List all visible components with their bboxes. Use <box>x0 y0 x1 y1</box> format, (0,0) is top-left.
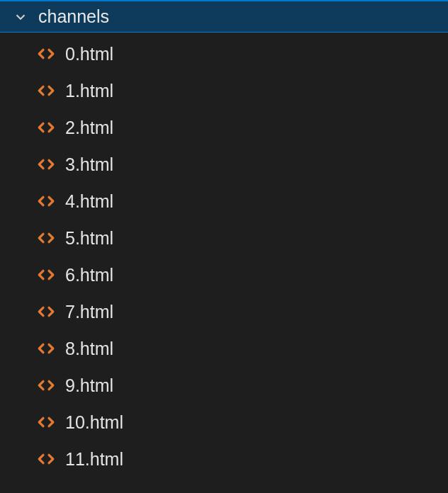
html-icon <box>37 192 55 210</box>
file-name: 8.html <box>65 339 113 359</box>
file-item[interactable]: 7.html <box>0 293 448 330</box>
html-icon <box>37 229 55 247</box>
file-item[interactable]: 2.html <box>0 109 448 146</box>
file-name: 2.html <box>65 118 113 138</box>
html-icon <box>37 339 55 358</box>
file-name: 5.html <box>65 228 113 249</box>
file-name: 11.html <box>65 449 123 470</box>
file-name: 7.html <box>65 302 113 322</box>
file-item[interactable]: 0.html <box>0 35 448 72</box>
file-name: 10.html <box>65 412 123 433</box>
folder-header[interactable]: channels <box>0 1 448 33</box>
file-name: 4.html <box>65 191 113 212</box>
file-item[interactable]: 10.html <box>0 404 448 441</box>
file-item[interactable]: 3.html <box>0 146 448 183</box>
file-item[interactable]: 8.html <box>0 330 448 367</box>
file-item[interactable]: 6.html <box>0 256 448 293</box>
html-icon <box>37 413 55 431</box>
html-icon <box>37 266 55 284</box>
file-list: 0.html1.html2.html3.html4.html5.html6.ht… <box>0 33 448 477</box>
html-icon <box>37 450 55 468</box>
file-name: 0.html <box>65 44 113 64</box>
html-icon <box>37 155 55 174</box>
html-icon <box>37 45 55 63</box>
file-item[interactable]: 11.html <box>0 441 448 477</box>
file-name: 3.html <box>65 154 113 175</box>
file-name: 6.html <box>65 265 113 285</box>
folder-name: channels <box>38 6 109 27</box>
file-item[interactable]: 4.html <box>0 183 448 220</box>
file-name: 1.html <box>65 81 113 101</box>
file-item[interactable]: 5.html <box>0 220 448 256</box>
file-explorer: channels 0.html1.html2.html3.html4.html5… <box>0 0 448 493</box>
file-item[interactable]: 1.html <box>0 72 448 109</box>
html-icon <box>37 376 55 395</box>
html-icon <box>37 81 55 100</box>
file-item[interactable]: 9.html <box>0 367 448 404</box>
html-icon <box>37 302 55 321</box>
html-icon <box>37 118 55 137</box>
file-name: 9.html <box>65 375 113 396</box>
chevron-down-icon <box>13 9 28 25</box>
